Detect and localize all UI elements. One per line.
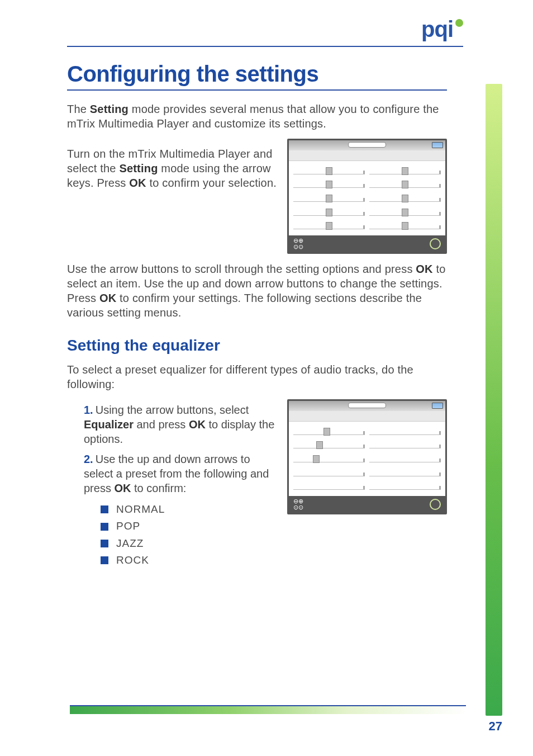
- para2-row: Turn on the mTrix Multimedia Player and …: [67, 139, 447, 254]
- para2: Turn on the mTrix Multimedia Player and …: [67, 147, 277, 190]
- s1-kw1: Equalizer: [84, 418, 134, 431]
- preset-rock: ROCK: [101, 552, 277, 569]
- right-accent-bar: [486, 84, 502, 716]
- screenshot-sliders: [289, 422, 445, 496]
- brand-logo-text: pqi: [421, 17, 453, 41]
- intro-keyword: Setting: [90, 103, 129, 115]
- preset-label: JAZZ: [116, 535, 144, 552]
- preset-label: ROCK: [116, 552, 149, 569]
- steps-list: 1.Using the arrow buttons, select Equali…: [84, 403, 277, 495]
- screenshot-titlebar: [289, 401, 445, 411]
- bullet-icon: [101, 523, 108, 531]
- settings-screenshot: ⊖⊕⊙⊙: [287, 139, 447, 254]
- battery-icon: [432, 403, 443, 409]
- preset-normal: NORMAL: [101, 501, 277, 518]
- preset-label: NORMAL: [116, 501, 165, 518]
- bullet-icon: [101, 556, 108, 564]
- step1-num: 1.: [84, 404, 93, 416]
- step-1: 1.Using the arrow buttons, select Equali…: [84, 403, 277, 446]
- p2-kw1: Setting: [119, 162, 158, 174]
- para3: Use the arrow buttons to scroll through …: [67, 262, 447, 320]
- sub-intro: To select a preset equalizer for differe…: [67, 362, 447, 391]
- battery-icon: [432, 142, 443, 148]
- brand-logo: pqi: [421, 17, 463, 42]
- s1-t1: Using the arrow buttons, select: [96, 404, 249, 416]
- step2-num: 2.: [84, 453, 93, 465]
- page-title: Configuring the settings: [67, 62, 447, 87]
- s2-t2: to confirm:: [131, 482, 186, 494]
- bullet-icon: [101, 505, 108, 513]
- p2-t3: to confirm your selection.: [146, 177, 277, 189]
- step-2: 2.Use the up and down arrows to select a…: [84, 452, 277, 495]
- para2-text: Turn on the mTrix Multimedia Player and …: [67, 139, 277, 198]
- bottom-accent-bar: [70, 705, 466, 714]
- page: pqi Configuring the settings The Setting…: [0, 0, 533, 756]
- ok-ring-icon: [430, 238, 441, 249]
- bullet-icon: [101, 540, 108, 547]
- page-number: 27: [489, 719, 502, 734]
- preset-pop: POP: [101, 518, 277, 535]
- equalizer-screenshot: ⊖⊕⊙⊙: [287, 399, 447, 514]
- preset-label: POP: [116, 518, 140, 535]
- p3-t3: to confirm your settings. The following …: [67, 292, 422, 319]
- nav-arrows-icon: ⊖⊕⊙⊙: [293, 498, 303, 511]
- preset-jazz: JAZZ: [101, 535, 277, 552]
- screenshot-footer: ⊖⊕⊙⊙: [289, 496, 445, 513]
- subheading: Setting the equalizer: [67, 337, 447, 355]
- steps-text: 1.Using the arrow buttons, select Equali…: [67, 399, 277, 569]
- steps-row: 1.Using the arrow buttons, select Equali…: [67, 399, 447, 569]
- screenshot-subbar: [289, 411, 445, 422]
- screenshot-sliders: [289, 161, 445, 235]
- p3-kw2: OK: [99, 292, 116, 304]
- p3-kw1: OK: [416, 263, 432, 275]
- top-rule: [67, 46, 463, 47]
- intro-prefix: The: [67, 103, 90, 115]
- content-column: Configuring the settings The Setting mod…: [67, 56, 447, 569]
- ok-ring-icon: [430, 499, 441, 510]
- p3-t1: Use the arrow buttons to scroll through …: [67, 263, 416, 275]
- p2-kw2: OK: [129, 177, 146, 189]
- title-rule: [67, 89, 447, 91]
- screenshot-titlebar: [289, 140, 445, 150]
- s1-t2: and press: [134, 418, 189, 431]
- preset-list: NORMAL POP JAZZ ROCK: [101, 501, 277, 569]
- screenshot-footer: ⊖⊕⊙⊙: [289, 235, 445, 252]
- brand-dot-icon: [455, 19, 463, 27]
- screenshot-subbar: [289, 150, 445, 161]
- s1-kw2: OK: [189, 418, 206, 431]
- nav-arrows-icon: ⊖⊕⊙⊙: [293, 238, 303, 250]
- s2-kw1: OK: [114, 482, 131, 494]
- intro-paragraph: The Setting mode provides several menus …: [67, 102, 447, 131]
